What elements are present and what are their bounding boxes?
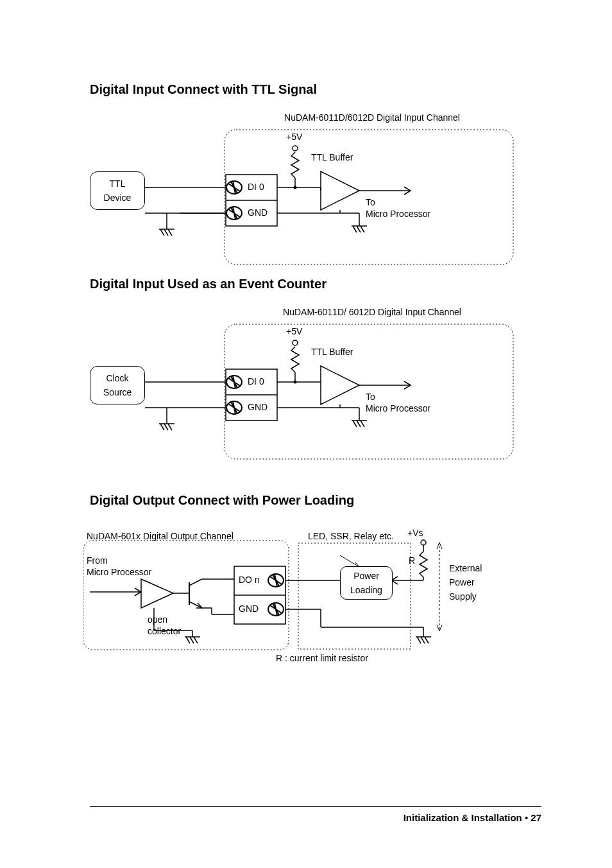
svg-line-72	[189, 579, 202, 586]
svg-line-51	[160, 424, 164, 430]
svg-line-34	[361, 226, 364, 232]
svg-line-65	[361, 421, 364, 427]
svg-point-107	[421, 540, 426, 545]
label-5v-2: +5V	[286, 326, 302, 336]
label-r: R	[409, 555, 415, 566]
label-di0: DI 0	[248, 182, 264, 192]
label-gnd: GND	[248, 207, 268, 218]
figure-event-counter: NuDAM-6011D/ 6012D Digital Input Channel…	[90, 302, 532, 469]
ttl-device-l1: TTL	[90, 178, 144, 189]
caption-fig1: NuDAM-6011D/6012D Digital Input Channel	[237, 112, 507, 123]
label-led-ssr: LED, SSR, Relay etc.	[308, 531, 394, 541]
footer-section: Initialization & Installation	[404, 812, 522, 823]
figure-digital-output: NuDAM-601x Digital Output Channel From M…	[90, 518, 532, 679]
label-gnd-2: GND	[248, 402, 268, 412]
svg-point-57	[293, 340, 298, 345]
svg-line-52	[164, 424, 168, 430]
power-loading-l2: Loading	[341, 585, 392, 595]
caption-fig2: NuDAM-6011D/ 6012D Digital Input Channel	[237, 307, 507, 317]
svg-marker-69	[141, 579, 173, 608]
svg-line-16	[164, 229, 168, 236]
label-ttl-buffer-2: TTL Buffer	[311, 347, 353, 357]
label-open: open	[148, 614, 167, 625]
label-collector: collector	[148, 626, 181, 636]
label-ttl-buffer: TTL Buffer	[311, 152, 353, 162]
label-di0-2: DI 0	[248, 376, 264, 386]
svg-line-53	[168, 424, 172, 430]
figure-digital-input-ttl: NuDAM-6011D/6012D Digital Input Channel …	[90, 107, 532, 274]
label-ext1: External	[449, 563, 482, 573]
label-micro-processor-3: Micro Processor	[87, 567, 151, 577]
svg-line-112	[340, 555, 359, 567]
clock-source-box: Clock Source	[90, 366, 145, 404]
power-loading-box: Power Loading	[340, 566, 393, 600]
label-micro-processor: Micro Processor	[366, 209, 430, 219]
svg-line-80	[186, 637, 190, 643]
svg-line-33	[357, 226, 361, 232]
svg-line-106	[425, 637, 429, 643]
label-to-2: To	[366, 392, 375, 402]
svg-marker-25	[321, 171, 359, 210]
label-ext3: Supply	[449, 591, 477, 602]
svg-point-24	[293, 146, 298, 151]
heading-power-loading: Digital Output Connect with Power Loadin…	[90, 493, 541, 508]
clock-l2: Source	[90, 387, 144, 397]
power-loading-l1: Power	[341, 571, 392, 581]
svg-line-104	[417, 637, 421, 643]
heading-event-counter: Digital Input Used as an Event Counter	[90, 277, 541, 291]
svg-marker-58	[321, 366, 359, 404]
label-to: To	[366, 197, 375, 207]
label-don: DO n	[239, 575, 260, 585]
label-vs: +Vs	[407, 528, 423, 538]
page-footer: Initialization & Installation • 27	[90, 801, 541, 823]
svg-line-64	[357, 421, 361, 427]
ttl-device-box: TTL Device	[90, 171, 145, 210]
svg-line-63	[353, 421, 357, 427]
caption-fig3: NuDAM-601x Digital Output Channel	[87, 531, 234, 541]
svg-line-81	[190, 637, 194, 643]
svg-line-105	[421, 637, 425, 643]
label-micro-processor-2: Micro Processor	[366, 403, 430, 413]
svg-line-32	[353, 226, 357, 232]
svg-line-17	[168, 229, 172, 236]
label-r-note: R : current limit resistor	[276, 653, 368, 663]
footer-rule	[90, 806, 541, 807]
svg-line-82	[194, 637, 198, 643]
svg-rect-110	[436, 542, 441, 632]
label-5v: +5V	[286, 132, 302, 142]
svg-line-73	[189, 602, 202, 608]
ttl-device-l2: Device	[90, 193, 144, 203]
label-from: From	[87, 555, 108, 566]
label-ext2: Power	[449, 577, 475, 587]
footer-bullet: •	[522, 812, 531, 823]
heading-ttl-signal: Digital Input Connect with TTL Signal	[90, 82, 541, 97]
clock-l1: Clock	[90, 373, 144, 383]
footer-page: 27	[531, 812, 541, 823]
label-gnd-3: GND	[239, 603, 259, 614]
svg-line-15	[160, 229, 164, 236]
